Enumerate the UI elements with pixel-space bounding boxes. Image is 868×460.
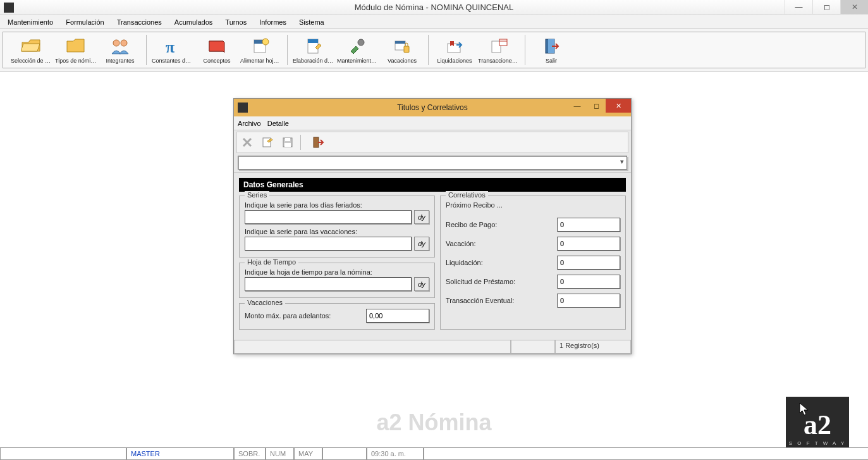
toolbar-alimentar-hoja[interactable]: Alimentar hoja ... [239, 35, 283, 65]
label-corr-liquidacion: Liquidación: [446, 259, 557, 266]
sheet-clock-icon [250, 36, 272, 56]
dialog-close-button[interactable]: ✕ [606, 99, 631, 113]
main-menubar: Mantenimiento Formulación Transacciones … [0, 15, 868, 29]
label-monto-adelantos: Monto máx. para adelantos: [245, 312, 364, 320]
svg-point-0 [113, 40, 119, 46]
exit-door-icon [540, 36, 563, 56]
dialog-minimize-button[interactable]: — [568, 99, 587, 113]
pick-serie-feriados[interactable]: dy [414, 210, 429, 224]
window-title: Módulo de Nómina - NOMINA QUINCENAL [355, 3, 513, 12]
vacation-lock-icon [391, 36, 413, 56]
input-recibo-pago[interactable] [557, 218, 620, 232]
people-icon [109, 36, 131, 56]
svg-rect-13 [499, 39, 507, 46]
toolbar-integrantes[interactable]: Integrantes [98, 35, 142, 65]
toolbar-transacciones-e[interactable]: Transacciones e... [477, 35, 521, 65]
save-button[interactable] [280, 135, 295, 150]
svg-point-7 [358, 39, 364, 46]
input-corr-prestamo[interactable] [557, 275, 620, 289]
status-sobr: SOBR. [234, 448, 266, 460]
svg-rect-17 [263, 138, 271, 147]
section-datos-generales: Datos Generales [239, 178, 626, 192]
status-num: NUM [266, 448, 294, 460]
cursor-icon [797, 402, 812, 417]
toolbar-liquidaciones[interactable]: Liquidaciones [432, 35, 477, 65]
menu-acumulados[interactable]: Acumulados [169, 17, 218, 27]
label-hoja-tiempo: Indique la hoja de tiempo para la nómina… [245, 268, 429, 276]
status-user: MASTER [126, 448, 234, 460]
input-corr-liquidacion[interactable] [557, 256, 620, 270]
svg-rect-21 [314, 137, 319, 147]
toolbar-conceptos[interactable]: Conceptos [195, 35, 239, 65]
calendar-doc-icon [487, 36, 510, 56]
fieldset-correlativos: Correlativos Próximo Recibo ... Recibo d… [440, 196, 626, 330]
label-corr-vacacion: Vacación: [446, 240, 557, 247]
dialog-titlebar: Titulos y Correlativos — ◻ ✕ [234, 99, 631, 116]
menu-informes[interactable]: Informes [254, 17, 291, 27]
svg-point-5 [262, 39, 269, 45]
cancel-button[interactable] [240, 135, 255, 150]
dialog-menu-archivo[interactable]: Archivo [238, 120, 261, 127]
watermark-text: a2 Nómina [376, 409, 491, 436]
app-icon [4, 3, 14, 13]
a2-logo: a2 S O F T W A Y [786, 397, 849, 454]
dialog-menubar: Archivo Detalle [234, 116, 631, 130]
payout-icon [443, 36, 466, 56]
main-statusbar: MASTER SOBR. NUM MAY 09:30 a. m. [0, 447, 868, 460]
fieldset-series: Series Indique la serie para los días fe… [239, 196, 435, 258]
status-may: MAY [294, 448, 322, 460]
toolbar-vacaciones[interactable]: Vacaciones [380, 35, 424, 65]
dialog-toolbar [236, 132, 628, 153]
toolbar-mantenimiento[interactable]: Mantenimiento d... [336, 35, 380, 65]
main-toolbar: Selección de nó... Tipos de nómina Integ… [3, 32, 865, 68]
folder-icon [64, 36, 87, 56]
svg-rect-10 [404, 46, 409, 53]
toolbar-seleccion-nomina[interactable]: Selección de nó... [9, 35, 54, 65]
menu-sistema[interactable]: Sistema [294, 17, 329, 27]
input-serie-feriados[interactable] [245, 210, 412, 224]
svg-rect-9 [395, 41, 405, 44]
dialog-app-icon [238, 103, 248, 113]
edit-button[interactable] [260, 135, 275, 150]
menu-formulacion[interactable]: Formulación [61, 17, 109, 27]
exit-button[interactable] [310, 135, 326, 150]
pi-icon: π [161, 36, 184, 56]
document-edit-icon [302, 36, 325, 56]
menu-transacciones[interactable]: Transacciones [112, 17, 167, 27]
input-corr-transaccion[interactable] [557, 294, 620, 308]
input-monto-adelantos[interactable] [366, 309, 429, 323]
pick-serie-vacaciones[interactable]: dy [414, 237, 429, 251]
toolbar-constantes[interactable]: π Constantes de n... [150, 35, 195, 65]
menu-turnos[interactable]: Turnos [220, 17, 252, 27]
toolbar-salir[interactable]: Salir [529, 35, 573, 65]
close-button[interactable]: ✕ [840, 0, 868, 14]
toolbar-tipos-nomina[interactable]: Tipos de nómina [54, 35, 98, 65]
label-serie-feriados: Indique la serie para los días feriados: [245, 201, 429, 209]
svg-text:π: π [166, 38, 174, 55]
minimize-button[interactable]: — [785, 0, 812, 14]
dialog-statusbar: 1 Registro(s) [234, 340, 631, 354]
pick-hoja-tiempo[interactable]: dy [414, 277, 429, 291]
svg-point-1 [121, 40, 127, 46]
label-serie-vacaciones: Indique la serie para las vacaciones: [245, 228, 429, 235]
maximize-button[interactable]: ◻ [812, 0, 840, 14]
input-serie-vacaciones[interactable] [245, 237, 412, 251]
input-hoja-tiempo[interactable] [245, 277, 412, 291]
status-record-count: 1 Registro(s) [555, 340, 631, 354]
label-recibo-pago: Recibo de Pago: [446, 221, 557, 228]
fieldset-vacaciones: Vacaciones Monto máx. para adelantos: [239, 303, 435, 330]
folder-open-icon [20, 36, 43, 56]
fieldset-hoja-tiempo: Hoja de Tiempo Indique la hoja de tiempo… [239, 263, 435, 298]
toolbar-elaboracion[interactable]: Elaboración de ... [291, 35, 336, 65]
label-corr-prestamo: Solicitud de Préstamo: [446, 278, 557, 285]
label-proximo-recibo: Próximo Recibo ... [446, 201, 620, 209]
record-selector-combo[interactable] [238, 156, 627, 170]
dialog-menu-detalle[interactable]: Detalle [267, 120, 289, 127]
dialog-maximize-button[interactable]: ◻ [587, 99, 606, 113]
maintenance-icon [346, 36, 369, 56]
input-corr-vacacion[interactable] [557, 237, 620, 251]
main-titlebar: Módulo de Nómina - NOMINA QUINCENAL — ◻ … [0, 0, 868, 15]
book-icon [205, 36, 228, 56]
svg-rect-19 [285, 138, 290, 141]
menu-mantenimiento[interactable]: Mantenimiento [3, 17, 58, 27]
